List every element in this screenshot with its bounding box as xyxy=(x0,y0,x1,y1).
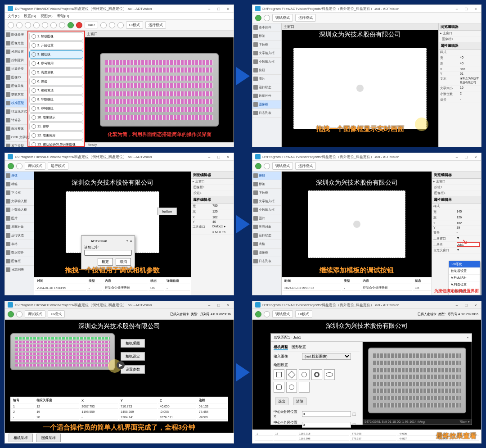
tool-node[interactable]: 1. 加载图像 xyxy=(29,32,83,41)
minimize-icon[interactable]: − xyxy=(452,6,461,12)
side-textin[interactable]: 文字输入框 xyxy=(252,49,281,58)
cy-input[interactable] xyxy=(302,422,351,428)
play-icon[interactable]: ▶ xyxy=(117,361,125,369)
side-down[interactable]: 下拉框 xyxy=(252,41,281,49)
camera-sample-button[interactable]: 相机采样 xyxy=(9,434,33,442)
shape-ring[interactable] xyxy=(311,369,322,380)
close-icon[interactable]: × xyxy=(130,239,132,243)
dropdown-item[interactable]: Job系统 xyxy=(449,261,480,268)
tool-node[interactable]: 5. 高度量取 xyxy=(29,68,83,77)
tool-node-selected[interactable]: 3. 辅助线 xyxy=(29,50,83,59)
tool-node[interactable]: 7. 相机算法 xyxy=(29,86,83,95)
side-detect[interactable]: 检测设置 xyxy=(5,48,27,56)
close-icon[interactable]: × xyxy=(224,6,233,12)
tool-node[interactable]: 2. 开始位置 xyxy=(29,41,83,50)
close-icon[interactable]: × xyxy=(471,6,480,12)
cx-input[interactable] xyxy=(302,411,351,417)
tool-node[interactable]: 4. 序号调用 xyxy=(29,59,83,68)
shape-none[interactable] xyxy=(299,382,310,393)
sel-btn[interactable]: 选出 xyxy=(275,398,288,405)
maximize-icon[interactable]: □ xyxy=(462,6,471,12)
tool-node[interactable]: 12. 结束调用 xyxy=(29,131,83,140)
customwindow-dropdown[interactable]: 自定义窗口▼ xyxy=(432,248,481,253)
run-button[interactable] xyxy=(8,311,14,317)
image-display-box[interactable] xyxy=(308,190,405,258)
result-image[interactable] xyxy=(10,333,115,370)
side-gray[interactable]: 获取灰度 xyxy=(5,91,27,99)
tbtn-c[interactable] xyxy=(117,22,124,28)
tab-shape[interactable]: 图形配置 xyxy=(292,344,306,350)
side-other[interactable]: 其它类型 xyxy=(5,142,27,147)
run-button[interactable] xyxy=(68,22,74,28)
designer-canvas[interactable]: 深圳众为兴技术股份有限公司 button ADTvision ? × 请您记牢 … xyxy=(34,172,191,295)
side-label[interactable]: 标签 xyxy=(252,32,281,41)
tool-node[interactable]: 11. 排序 xyxy=(29,122,83,131)
shape-target[interactable] xyxy=(286,382,297,393)
side-data[interactable]: 数据控件 xyxy=(252,92,281,100)
toolwindow-dropdown[interactable]: 工具窗口▼ xyxy=(432,236,481,242)
preview-image[interactable] xyxy=(368,348,466,413)
side-imgbox[interactable]: 图像框 xyxy=(252,100,281,109)
ui-mode-button[interactable]: UI模式 xyxy=(126,21,143,29)
dropdown-menu[interactable]: Job系统 控制器设置 A Pick/绝对 A.料盘位置 B.相机标定 B.Pl… xyxy=(449,261,480,295)
run-mode-button[interactable]: 运行模式 xyxy=(145,21,166,29)
camera-capture-button[interactable]: 相机采图 xyxy=(121,339,145,348)
side-imageid[interactable]: 图像ID xyxy=(5,73,27,82)
tbtn-1[interactable] xyxy=(8,22,14,28)
debug-mode-button[interactable]: 调试模式 xyxy=(272,14,293,22)
dropdown-item[interactable]: A Pick/绝对 xyxy=(449,275,480,281)
tool-node[interactable]: 6. 筛选 xyxy=(29,77,83,86)
shape-oval[interactable] xyxy=(324,369,335,380)
side-image-locate[interactable]: 图像定位 xyxy=(5,39,27,48)
play-icon[interactable] xyxy=(356,85,364,92)
side-logic[interactable]: 控制逻辑 xyxy=(5,56,27,65)
shape-diamond[interactable] xyxy=(286,369,297,380)
image-display-box[interactable] xyxy=(293,48,427,129)
tab-camera[interactable]: 相机调整 xyxy=(274,344,288,350)
tbtn-3[interactable] xyxy=(25,22,31,28)
link-icon[interactable]: ⬚ xyxy=(352,412,360,416)
dragged-button[interactable]: button xyxy=(157,208,177,215)
tbtn-a[interactable] xyxy=(100,22,107,28)
tool-node[interactable]: 8. 导数编组 xyxy=(29,95,83,104)
modal-input[interactable] xyxy=(84,250,132,256)
shape-circle[interactable] xyxy=(299,369,310,380)
tool-node[interactable]: 9. 即时编组 xyxy=(29,104,83,113)
tbtn-4[interactable] xyxy=(33,22,40,28)
side-pic[interactable]: 图片 xyxy=(252,75,281,83)
side-loglist[interactable]: 日志列表 xyxy=(252,109,281,118)
tool-node[interactable]: 10. 结果显示 xyxy=(29,113,83,122)
shape-rect[interactable] xyxy=(274,369,284,380)
side-decin[interactable]: 小数输入框 xyxy=(252,58,281,66)
dropdown-item[interactable]: 控制器设置 xyxy=(449,268,480,275)
side-panel[interactable]: 面板整体 xyxy=(5,125,27,133)
side-calculator[interactable]: 计算器 xyxy=(5,116,27,125)
tbtn-b[interactable] xyxy=(109,22,115,28)
ok-button[interactable]: 确定 xyxy=(98,258,113,266)
camera-setting-button[interactable]: 相机设定 xyxy=(121,352,145,361)
input-image-select[interactable]: (net.投影图像) xyxy=(302,353,351,360)
tbtn-7[interactable] xyxy=(59,22,65,28)
help-icon[interactable]: ? xyxy=(126,239,128,243)
side-line[interactable]: 找直线方式 xyxy=(5,108,27,116)
shape-rr[interactable] xyxy=(274,382,284,393)
side-calc[interactable]: 运算分类 xyxy=(5,65,27,73)
close-icon[interactable]: × xyxy=(467,335,469,339)
side-ocr[interactable]: OCR 文字识别 xyxy=(5,133,27,142)
designer-canvas[interactable]: 主窗口 深圳众为兴技术股份有限公司 拖拽一个图像框显示实时画面 xyxy=(282,23,438,147)
side-calibrate[interactable]: 校准匹配 xyxy=(5,99,27,108)
side-image-process[interactable]: 图像处理 xyxy=(5,31,27,39)
side-status[interactable]: 运行状态 xyxy=(252,83,281,92)
side-btn[interactable]: 按钮 xyxy=(5,172,34,180)
tbtn-6[interactable] xyxy=(50,22,57,28)
run-mode-button[interactable]: 运行模式 xyxy=(295,14,316,22)
run-button[interactable] xyxy=(8,163,14,169)
dropdown-item[interactable]: B.相机标定 xyxy=(449,288,480,295)
var-button[interactable]: VAR xyxy=(85,22,98,28)
clr-btn[interactable]: 清除 xyxy=(293,398,306,405)
maximize-icon[interactable]: □ xyxy=(214,6,223,12)
stop-button[interactable] xyxy=(264,15,270,21)
stop-button[interactable] xyxy=(76,22,82,28)
side-basic[interactable]: 基本控件 xyxy=(252,23,281,32)
cancel-button[interactable]: 取消 xyxy=(116,258,131,266)
